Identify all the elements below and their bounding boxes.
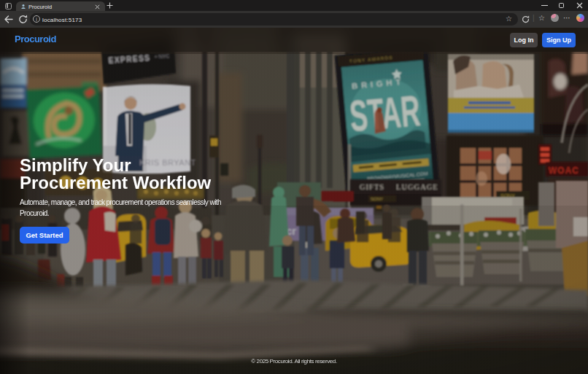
svg-text:GIFTS: GIFTS [360, 183, 384, 191]
svg-text:SONY: SONY [371, 197, 383, 201]
svg-text:+ NYC: + NYC [154, 53, 169, 59]
svg-text:LUGGAGE: LUGGAGE [396, 183, 438, 191]
svg-text:WOAC: WOAC [549, 165, 579, 176]
